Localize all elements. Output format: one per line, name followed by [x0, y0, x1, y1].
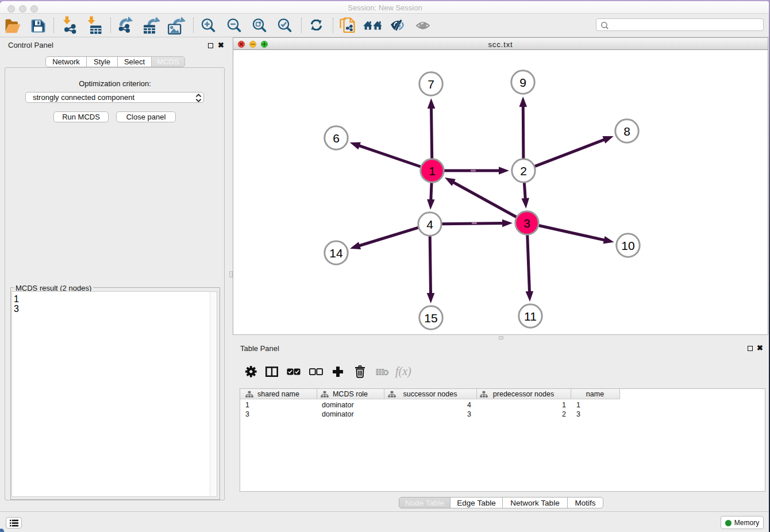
- svg-text:14: 14: [329, 246, 343, 260]
- svg-text:15: 15: [424, 311, 437, 325]
- svg-text:8: 8: [623, 125, 630, 138]
- svg-text:4: 4: [426, 218, 433, 231]
- svg-text:6: 6: [333, 132, 340, 145]
- svg-text:1: 1: [429, 164, 436, 178]
- svg-text:10: 10: [621, 239, 634, 252]
- svg-text:2: 2: [520, 164, 527, 178]
- svg-text:7: 7: [428, 78, 434, 91]
- svg-text:11: 11: [524, 310, 537, 323]
- svg-text:9: 9: [519, 76, 526, 89]
- svg-text:3: 3: [523, 217, 530, 230]
